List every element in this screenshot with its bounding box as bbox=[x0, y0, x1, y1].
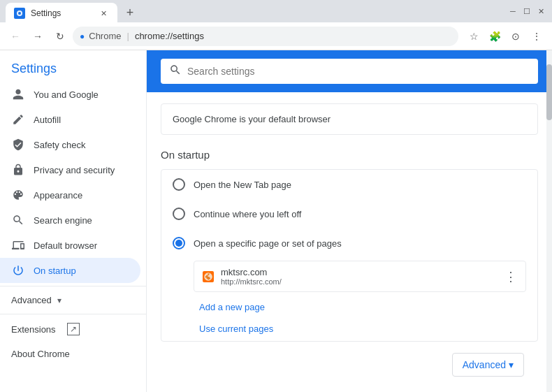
about-chrome-label: About Chrome bbox=[11, 349, 70, 359]
sidebar-divider-2 bbox=[0, 314, 146, 314]
forward-button[interactable]: → bbox=[28, 27, 48, 46]
settings-search-box[interactable] bbox=[161, 59, 538, 84]
add-new-page-link[interactable]: Add a new page bbox=[194, 298, 270, 317]
radio-continue[interactable]: Continue where you left off bbox=[161, 199, 537, 228]
startup-links-2: Use current pages bbox=[194, 319, 537, 338]
sidebar-extensions[interactable]: Extensions ↗ bbox=[0, 317, 146, 341]
page-more-button[interactable]: ⋮ bbox=[504, 269, 517, 284]
startup-icon bbox=[11, 263, 25, 277]
sidebar-item-appearance[interactable]: Appearance bbox=[0, 182, 140, 208]
extensions-button[interactable]: 🧩 bbox=[485, 27, 504, 46]
page-url: http://mktsrc.com/ bbox=[221, 277, 497, 286]
radio-new-tab[interactable]: Open the New Tab page bbox=[161, 170, 537, 199]
radio-label-specific-page: Open a specific page or set of pages bbox=[194, 238, 342, 249]
scrollbar-thumb[interactable] bbox=[546, 64, 552, 120]
address-separator: | bbox=[127, 31, 129, 41]
default-browser-text: Google Chrome is your default browser bbox=[173, 114, 331, 124]
content-area: Settings You and Google Autofill Safety … bbox=[0, 50, 552, 392]
sidebar-item-label: Search engine bbox=[34, 215, 92, 226]
nav-actions: ☆ 🧩 ⊙ ⋮ bbox=[464, 27, 546, 46]
sidebar-item-label: Autofill bbox=[34, 115, 61, 125]
appearance-icon bbox=[11, 188, 25, 202]
sidebar-about-chrome[interactable]: About Chrome bbox=[0, 341, 140, 366]
sidebar-item-safety-check[interactable]: Safety check bbox=[0, 132, 140, 157]
tab-favicon bbox=[14, 8, 25, 19]
radio-button-new-tab[interactable] bbox=[173, 178, 185, 191]
window-controls: ─ ☐ ✕ bbox=[507, 6, 546, 17]
sidebar-item-label: On startup bbox=[34, 266, 76, 276]
sidebar-title: Settings bbox=[0, 50, 146, 82]
refresh-button[interactable]: ↻ bbox=[50, 27, 70, 46]
page-name: mktsrc.com bbox=[221, 267, 497, 277]
startup-options: Open the New Tab page Continue where you… bbox=[161, 169, 538, 342]
bookmark-button[interactable]: ☆ bbox=[464, 27, 484, 46]
radio-button-specific-page[interactable] bbox=[173, 237, 185, 249]
settings-tab[interactable]: Settings ✕ bbox=[6, 3, 117, 24]
search-icon bbox=[11, 213, 25, 227]
tab-bar: Settings ✕ + bbox=[6, 0, 502, 24]
title-bar: Settings ✕ + ─ ☐ ✕ bbox=[0, 0, 552, 22]
privacy-icon bbox=[11, 163, 25, 177]
extensions-external-icon: ↗ bbox=[67, 323, 80, 335]
search-input[interactable] bbox=[187, 66, 530, 77]
sidebar-item-on-startup[interactable]: On startup bbox=[0, 258, 140, 283]
address-chrome-label: Chrome bbox=[89, 31, 121, 41]
autofill-icon bbox=[11, 112, 25, 126]
extensions-label: Extensions bbox=[11, 324, 56, 335]
sidebar-item-you-and-google[interactable]: You and Google bbox=[0, 82, 140, 107]
close-button[interactable]: ✕ bbox=[535, 6, 546, 17]
settings-content: Google Chrome is your default browser On… bbox=[147, 92, 552, 392]
address-bar[interactable]: ● Chrome | chrome://settings bbox=[73, 27, 458, 46]
advanced-button-label: Advanced bbox=[463, 359, 506, 370]
sidebar: Settings You and Google Autofill Safety … bbox=[0, 50, 147, 392]
startup-page-entry: mktsrc.com http://mktsrc.com/ ⋮ bbox=[194, 261, 526, 292]
use-current-pages-link[interactable]: Use current pages bbox=[194, 319, 279, 338]
nav-bar: ← → ↻ ● Chrome | chrome://settings ☆ 🧩 ⊙… bbox=[0, 22, 552, 50]
on-startup-title: On startup bbox=[161, 149, 538, 161]
settings-header bbox=[147, 50, 552, 92]
browser-icon bbox=[11, 238, 25, 252]
sidebar-item-label: You and Google bbox=[34, 89, 99, 100]
sidebar-divider bbox=[0, 286, 146, 286]
svg-point-1 bbox=[18, 12, 21, 15]
radio-label-continue: Continue where you left off bbox=[194, 209, 301, 219]
sidebar-item-label: Safety check bbox=[34, 140, 85, 150]
radio-button-continue[interactable] bbox=[173, 208, 185, 220]
sidebar-item-label: Appearance bbox=[34, 190, 82, 201]
radio-label-new-tab: Open the New Tab page bbox=[194, 180, 291, 190]
advanced-section: Advanced ▾ bbox=[161, 342, 538, 388]
default-browser-banner: Google Chrome is your default browser bbox=[161, 103, 538, 135]
profile-button[interactable]: ⊙ bbox=[506, 27, 525, 46]
sidebar-item-privacy-security[interactable]: Privacy and security bbox=[0, 157, 140, 182]
page-info: mktsrc.com http://mktsrc.com/ bbox=[221, 267, 497, 286]
tab-label: Settings bbox=[31, 8, 92, 18]
sidebar-item-search-engine[interactable]: Search engine bbox=[0, 208, 140, 233]
browser-frame: Settings ✕ + ─ ☐ ✕ ← → ↻ ● Chrome | chro… bbox=[0, 0, 552, 392]
back-button[interactable]: ← bbox=[6, 27, 25, 46]
address-url: chrome://settings bbox=[135, 31, 204, 41]
advanced-dropdown-button[interactable]: Advanced ▾ bbox=[452, 353, 524, 377]
radio-specific-page[interactable]: Open a specific page or set of pages bbox=[161, 228, 537, 258]
maximize-button[interactable]: ☐ bbox=[521, 6, 532, 17]
advanced-label: Advanced bbox=[11, 295, 52, 305]
sidebar-item-default-browser[interactable]: Default browser bbox=[0, 233, 140, 258]
safety-icon bbox=[11, 138, 25, 152]
minimize-button[interactable]: ─ bbox=[507, 6, 518, 17]
person-icon bbox=[11, 87, 25, 101]
sidebar-advanced-section[interactable]: Advanced ▾ bbox=[0, 289, 146, 311]
new-tab-button[interactable]: + bbox=[120, 3, 140, 22]
sidebar-item-label: Privacy and security bbox=[34, 165, 115, 175]
startup-links: Add a new page bbox=[194, 298, 537, 317]
search-icon bbox=[169, 64, 182, 79]
secure-icon: ● bbox=[80, 31, 85, 41]
sidebar-item-autofill[interactable]: Autofill bbox=[0, 107, 140, 132]
page-favicon bbox=[203, 271, 214, 282]
settings-main: Google Chrome is your default browser On… bbox=[147, 50, 552, 392]
sidebar-item-label: Default browser bbox=[34, 240, 97, 251]
tab-close-button[interactable]: ✕ bbox=[98, 8, 109, 19]
advanced-dropdown-chevron-icon: ▾ bbox=[509, 359, 514, 370]
scrollbar[interactable] bbox=[546, 50, 552, 392]
advanced-chevron-icon: ▾ bbox=[57, 296, 61, 305]
menu-button[interactable]: ⋮ bbox=[527, 27, 546, 46]
radio-selected-dot bbox=[175, 240, 182, 247]
